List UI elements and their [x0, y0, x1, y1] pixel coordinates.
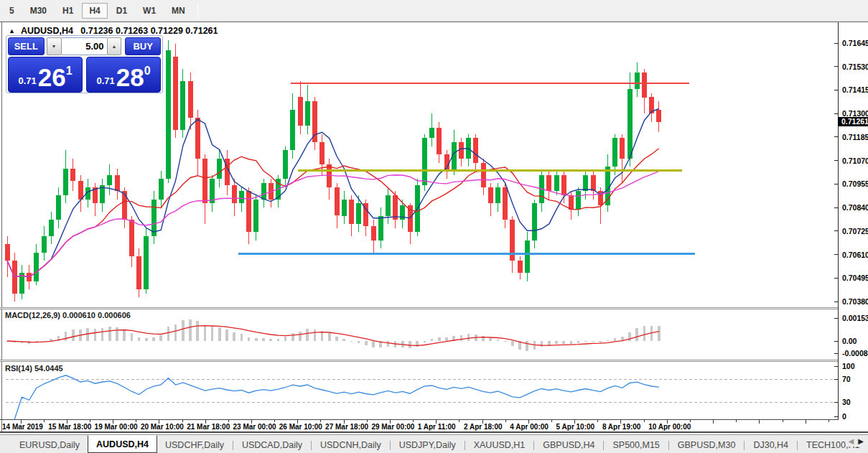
- time-axis-label: 19 Mar 00:00: [95, 423, 138, 431]
- chart-tab-gbpusd-m30[interactable]: GBPUSD,M30: [670, 437, 744, 453]
- sell-price-big: 26: [38, 67, 66, 89]
- tab-divider: [311, 441, 312, 450]
- sell-price-sup: 1: [66, 65, 73, 78]
- rsi-axis-label: 70: [842, 375, 851, 383]
- time-axis-label: 1 Apr 11:00: [418, 423, 456, 431]
- chart-tab-usdjpy-daily[interactable]: USDJPY,Daily: [391, 437, 464, 453]
- chart-tab-sp500-m15[interactable]: SP500,M15: [605, 437, 667, 453]
- buy-button[interactable]: BUY: [125, 37, 161, 55]
- time-axis-label: 8 Apr 19:00: [602, 423, 641, 431]
- volume-input[interactable]: [62, 37, 107, 55]
- price-axis[interactable]: [838, 22, 868, 420]
- buy-quote-button[interactable]: 0.71 28 0: [86, 57, 161, 93]
- time-axis-label: 21 Mar 18:00: [187, 423, 230, 431]
- chevron-down-icon: ▼: [52, 44, 57, 49]
- time-axis-label: 29 Mar 00:00: [371, 423, 414, 431]
- price-axis-label: 0.70840: [842, 203, 868, 212]
- price-axis-label: 0.70380: [842, 297, 868, 306]
- price-axis-label: 0.70725: [842, 227, 868, 235]
- price-axis-label: 0.70495: [842, 274, 868, 282]
- symbol-marker-icon: ▲: [9, 27, 15, 34]
- chart-tab-usdcad-daily[interactable]: USDCAD,Daily: [234, 437, 310, 453]
- macd-axis-label: -0.00083: [842, 349, 868, 358]
- time-axis-label: 26 Mar 10:00: [279, 423, 322, 431]
- current-price-tag: 0.71261: [838, 117, 868, 126]
- rsi-label: RSI(14) 54.0445: [5, 364, 63, 373]
- rsi-axis-label: 100: [842, 362, 855, 370]
- chart-tab-eurusd-daily[interactable]: EURUSD,Daily: [11, 437, 88, 453]
- macd-axis-label: 0.001538: [842, 314, 868, 322]
- buy-price-sup: 0: [144, 65, 151, 78]
- time-axis-label: 4 Apr 00:00: [510, 423, 549, 431]
- price-axis-label: 0.71070: [842, 157, 868, 165]
- timeframe-button-W1[interactable]: W1: [136, 3, 163, 19]
- sell-price-small: 0.71: [18, 75, 36, 86]
- timeframe-button-M30[interactable]: M30: [23, 3, 54, 19]
- tab-divider: [390, 441, 391, 450]
- price-axis-label: 0.70955: [842, 179, 868, 188]
- buy-price-small: 0.71: [96, 75, 114, 86]
- timeframe-button-H4[interactable]: H4: [82, 3, 107, 19]
- time-axis-label: 15 Mar 18:00: [48, 423, 91, 431]
- time-axis-label: 23 Mar 00:00: [233, 423, 276, 431]
- chart-symbol-period: AUDUSD,H4: [21, 26, 73, 36]
- chevron-up-icon: ▲: [111, 44, 116, 49]
- tab-divider: [603, 441, 604, 450]
- chart-tab-audusd-h4[interactable]: AUDUSD,H4: [88, 435, 157, 453]
- price-axis-label: 0.70610: [842, 251, 868, 259]
- time-axis-label: 10 Apr 00:00: [648, 423, 691, 431]
- chart-title: ▲ AUDUSD,H4 0.71236 0.71263 0.71229 0.71…: [9, 26, 218, 36]
- price-axis-label: 0.71185: [842, 133, 868, 141]
- chart-tab-usdchf-daily[interactable]: USDCHF,Daily: [157, 437, 232, 453]
- buy-price-big: 28: [116, 67, 144, 89]
- chart-tab-bar: EURUSD,DailyAUDUSD,H4USDCHF,DailyUSDCAD,…: [0, 434, 868, 453]
- macd-axis-label: 0.00: [842, 337, 857, 345]
- volume-decrease-button[interactable]: ▼: [47, 37, 62, 55]
- timeframe-toolbar: 5M30H1H4D1W1MN: [0, 0, 868, 22]
- tab-scroll-right-icon[interactable]: ▶: [858, 437, 864, 445]
- tab-divider: [797, 441, 798, 450]
- macd-label: MACD(12,26,9) 0.000610 0.000606: [5, 311, 131, 319]
- sell-button[interactable]: SELL: [8, 37, 45, 55]
- tab-divider: [465, 441, 465, 450]
- chart-tab-dj30-h4[interactable]: DJ30,H4: [745, 437, 796, 453]
- chart-tab-gbpusd-h4[interactable]: GBPUSD,H4: [535, 437, 602, 453]
- timeframe-button-MN[interactable]: MN: [164, 3, 192, 19]
- tab-divider: [668, 441, 669, 450]
- time-axis-label: 5 Apr 10:00: [556, 423, 595, 431]
- price-axis-label: 0.71530: [842, 62, 868, 71]
- timeframe-button-5[interactable]: 5: [2, 3, 22, 19]
- chart-frame-bottom: [0, 431, 868, 433]
- rsi-axis-label: 30: [842, 398, 851, 406]
- price-axis-label: 0.71415: [842, 85, 868, 94]
- time-axis-label: 27 Mar 18:00: [325, 423, 368, 431]
- chart-tab-usdcnh-daily[interactable]: USDCNH,Daily: [312, 437, 389, 453]
- timeframe-button-D1[interactable]: D1: [109, 3, 134, 19]
- rsi-axis-label: 0: [842, 412, 846, 421]
- volume-increase-button[interactable]: ▲: [107, 37, 122, 55]
- tab-scroll-left-icon[interactable]: ◀: [849, 437, 854, 445]
- chart-tab-xauusd-h1[interactable]: XAUUSD,H1: [466, 437, 533, 453]
- time-axis-label: 14 Mar 2019: [2, 423, 43, 431]
- tab-divider: [233, 441, 233, 450]
- one-click-trading-panel: SELL ▼ ▲ BUY 0.71 26 1 0.71 28 0: [6, 35, 163, 93]
- time-axis-label: 20 Mar 10:00: [141, 423, 184, 431]
- time-axis-label: 2 Apr 18:00: [464, 423, 503, 431]
- timeframe-button-H1[interactable]: H1: [55, 3, 80, 19]
- tab-scroll-arrows: ◀ ▶: [846, 436, 867, 447]
- chart-ohlc-values: 0.71236 0.71263 0.71229 0.71261: [80, 26, 218, 36]
- tab-divider: [744, 441, 745, 450]
- toolbar-separator: [197, 4, 198, 18]
- sell-quote-button[interactable]: 0.71 26 1: [8, 57, 83, 93]
- tab-divider: [533, 441, 534, 450]
- rsi-chart-canvas[interactable]: [0, 362, 838, 419]
- price-axis-label: 0.71645: [842, 39, 868, 47]
